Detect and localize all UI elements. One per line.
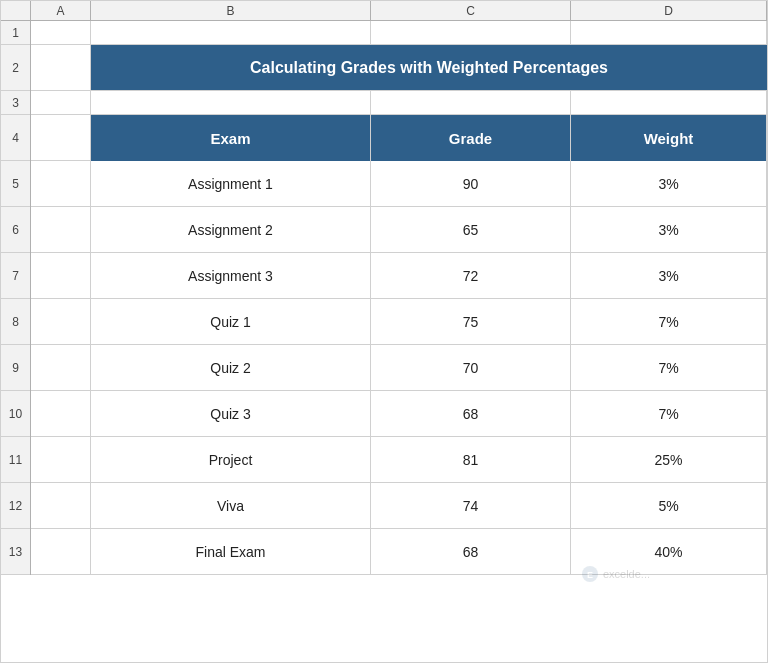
data-row-9: Quiz 2 70 7%	[31, 345, 767, 391]
header-exam: Exam	[91, 115, 371, 161]
cell-c3[interactable]	[371, 91, 571, 115]
data-row-6: Assignment 2 65 3%	[31, 207, 767, 253]
col-header-c: C	[371, 1, 571, 20]
grid-content: Calculating Grades with Weighted Percent…	[31, 21, 767, 575]
row-4-headers: Exam Grade Weight	[31, 115, 767, 161]
header-grade: Grade	[371, 115, 571, 161]
col-header-a: A	[31, 1, 91, 20]
cell-c13[interactable]: 68 E excelde...	[371, 529, 571, 574]
row-numbers: 1 2 3 4 5 6 7 8 9 10 11 12 13	[1, 21, 31, 575]
row-num-9: 9	[1, 345, 30, 391]
data-row-7: Assignment 3 72 3%	[31, 253, 767, 299]
row-num-8: 8	[1, 299, 30, 345]
col-header-b: B	[91, 1, 371, 20]
data-row-11: Project 81 25%	[31, 437, 767, 483]
cell-c1[interactable]	[371, 21, 571, 45]
cell-a13[interactable]	[31, 529, 91, 574]
cell-c8[interactable]: 75	[371, 299, 571, 344]
row-num-4: 4	[1, 115, 30, 161]
cell-c11[interactable]: 81	[371, 437, 571, 482]
cell-c12[interactable]: 74	[371, 483, 571, 528]
row-num-10: 10	[1, 391, 30, 437]
cell-a3[interactable]	[31, 91, 91, 115]
row-num-6: 6	[1, 207, 30, 253]
cell-c5[interactable]: 90	[371, 161, 571, 206]
cell-d13[interactable]: 40%	[571, 529, 767, 574]
cell-b3[interactable]	[91, 91, 371, 115]
cell-a7[interactable]	[31, 253, 91, 298]
data-row-13: Final Exam 68 E excelde... 40%	[31, 529, 767, 575]
cell-a11[interactable]	[31, 437, 91, 482]
cell-b5[interactable]: Assignment 1	[91, 161, 371, 206]
cell-c9[interactable]: 70	[371, 345, 571, 390]
cell-d5[interactable]: 3%	[571, 161, 767, 206]
data-row-5: Assignment 1 90 3%	[31, 161, 767, 207]
cell-d10[interactable]: 7%	[571, 391, 767, 436]
row-num-13: 13	[1, 529, 30, 575]
row-num-3: 3	[1, 91, 30, 115]
cell-b7[interactable]: Assignment 3	[91, 253, 371, 298]
cell-d8[interactable]: 7%	[571, 299, 767, 344]
cell-a1[interactable]	[31, 21, 91, 45]
cell-a12[interactable]	[31, 483, 91, 528]
cell-c6[interactable]: 65	[371, 207, 571, 252]
header-weight: Weight	[571, 115, 767, 161]
cell-a8[interactable]	[31, 299, 91, 344]
cell-a5[interactable]	[31, 161, 91, 206]
cell-d7[interactable]: 3%	[571, 253, 767, 298]
spreadsheet: A B C D 1 2 3	[0, 0, 768, 663]
cell-b10[interactable]: Quiz 3	[91, 391, 371, 436]
data-row-10: Quiz 3 68 7%	[31, 391, 767, 437]
data-row-12: Viva 74 5%	[31, 483, 767, 529]
cell-c7[interactable]: 72	[371, 253, 571, 298]
cell-c10[interactable]: 68	[371, 391, 571, 436]
cell-d3[interactable]	[571, 91, 767, 115]
row-num-2: 2	[1, 45, 30, 91]
cell-d12[interactable]: 5%	[571, 483, 767, 528]
row-3	[31, 91, 767, 115]
cell-a10[interactable]	[31, 391, 91, 436]
cell-b6[interactable]: Assignment 2	[91, 207, 371, 252]
row-num-7: 7	[1, 253, 30, 299]
cell-b1[interactable]	[91, 21, 371, 45]
cell-d9[interactable]: 7%	[571, 345, 767, 390]
col-header-d: D	[571, 1, 767, 20]
data-row-8: Quiz 1 75 7%	[31, 299, 767, 345]
cell-b13[interactable]: Final Exam	[91, 529, 371, 574]
cell-b9[interactable]: Quiz 2	[91, 345, 371, 390]
corner-cell	[1, 1, 31, 21]
row-1	[31, 21, 767, 45]
row-2: Calculating Grades with Weighted Percent…	[31, 45, 767, 91]
row-num-1: 1	[1, 21, 30, 45]
row-num-5: 5	[1, 161, 30, 207]
cell-b8[interactable]: Quiz 1	[91, 299, 371, 344]
cell-d1[interactable]	[571, 21, 767, 45]
row-num-12: 12	[1, 483, 30, 529]
spreadsheet-title: Calculating Grades with Weighted Percent…	[91, 45, 767, 90]
cell-a6[interactable]	[31, 207, 91, 252]
row-num-11: 11	[1, 437, 30, 483]
cell-b11[interactable]: Project	[91, 437, 371, 482]
cell-b12[interactable]: Viva	[91, 483, 371, 528]
cell-a4[interactable]	[31, 115, 91, 161]
cell-a9[interactable]	[31, 345, 91, 390]
cell-d11[interactable]: 25%	[571, 437, 767, 482]
cell-a2[interactable]	[31, 45, 91, 91]
cell-d6[interactable]: 3%	[571, 207, 767, 252]
